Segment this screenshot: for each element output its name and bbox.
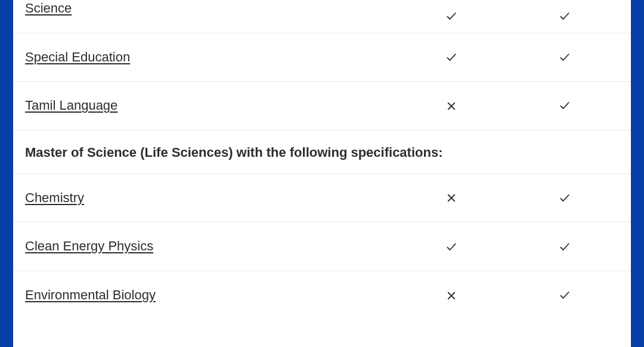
check-icon	[559, 289, 571, 301]
check-icon	[559, 192, 571, 204]
col1-mark	[395, 51, 508, 63]
programme-link[interactable]: Chemistry	[25, 190, 84, 205]
check-icon	[445, 51, 457, 63]
table-row: Chemistry	[13, 174, 631, 223]
col1-mark	[395, 193, 508, 204]
check-icon	[445, 10, 457, 22]
table-row: Tamil Language	[13, 82, 631, 131]
programme-link-cell: Clean Energy Physics	[25, 222, 395, 271]
col2-mark	[508, 100, 621, 111]
cross-icon	[446, 101, 457, 111]
cross-icon	[446, 290, 457, 301]
programme-link[interactable]: Tamil Language	[25, 98, 117, 113]
programme-link-cell: Tamil Language	[25, 82, 395, 130]
table-row: Science	[13, 0, 631, 33]
programme-link[interactable]: Special Education	[25, 49, 130, 64]
col1-mark	[395, 100, 508, 111]
check-icon	[559, 100, 571, 111]
check-icon	[559, 51, 571, 63]
programme-link-cell: Special Education	[25, 33, 395, 82]
table-row: Environmental Biology	[13, 271, 631, 320]
programme-link[interactable]: Environmental Biology	[25, 287, 156, 302]
col2-mark	[508, 192, 621, 204]
col2-mark	[508, 51, 621, 63]
col2-mark	[508, 241, 621, 253]
programme-table: Science Special Education Tamil Language…	[13, 0, 631, 347]
check-icon	[559, 10, 571, 22]
col1-mark	[395, 10, 508, 22]
programme-link-cell: Environmental Biology	[25, 271, 395, 320]
programme-link[interactable]: Science	[25, 1, 72, 16]
col2-mark	[508, 289, 621, 301]
programme-link-cell: Chemistry	[25, 174, 395, 222]
section-header: Master of Science (Life Sciences) with t…	[13, 131, 631, 174]
check-icon	[559, 241, 571, 253]
col1-mark	[395, 241, 508, 253]
cross-icon	[446, 193, 457, 203]
programme-link[interactable]: Clean Energy Physics	[25, 238, 153, 253]
table-row: Clean Energy Physics	[13, 222, 631, 271]
programme-link-cell: Science	[25, 0, 395, 33]
check-icon	[445, 241, 457, 253]
col2-mark	[508, 10, 621, 22]
col1-mark	[395, 290, 508, 301]
table-row: Special Education	[13, 33, 631, 82]
